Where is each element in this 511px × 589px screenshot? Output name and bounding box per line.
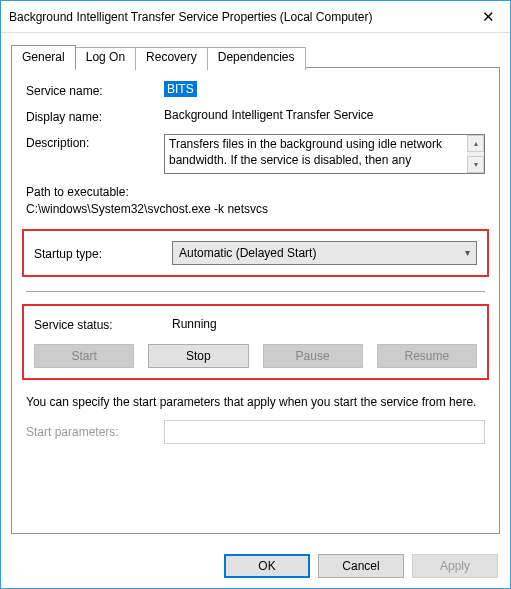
dialog-footer: OK Cancel Apply [1,544,510,588]
service-name-label: Service name: [26,82,164,98]
tab-strip: General Log On Recovery Dependencies [11,45,500,68]
start-parameters-label: Start parameters: [26,425,164,439]
service-name-text: BITS [164,81,197,97]
path-value: C:\windows\System32\svchost.exe -k netsv… [26,201,485,218]
tab-general-label: General [22,50,65,64]
ok-button-label: OK [258,559,275,573]
display-name-value: Background Intelligent Transfer Service [164,108,373,122]
tab-recovery-label: Recovery [146,50,197,64]
service-status-label: Service status: [34,316,172,332]
display-name-row: Display name: Background Intelligent Tra… [26,108,485,124]
startup-type-row: Startup type: Automatic (Delayed Start) … [34,241,477,265]
pause-button: Pause [263,344,363,368]
titlebar: Background Intelligent Transfer Service … [1,1,510,33]
apply-button-label: Apply [440,559,470,573]
tab-logon[interactable]: Log On [75,47,136,70]
cancel-button-label: Cancel [342,559,379,573]
description-row: Description: Transfers files in the back… [26,134,485,174]
window-title: Background Intelligent Transfer Service … [9,10,466,24]
divider [26,291,485,292]
service-control-buttons: Start Stop Pause Resume [34,344,477,368]
pause-button-label: Pause [296,349,330,363]
startup-type-value: Automatic (Delayed Start) [179,246,316,260]
resume-button-label: Resume [405,349,450,363]
stop-button-label: Stop [186,349,211,363]
description-scrollbar[interactable]: ▴ ▾ [467,135,484,173]
stop-button[interactable]: Stop [148,344,248,368]
tab-general[interactable]: General [11,45,76,68]
cancel-button[interactable]: Cancel [318,554,404,578]
tab-recovery[interactable]: Recovery [135,47,208,70]
close-icon: ✕ [482,8,495,26]
ok-button[interactable]: OK [224,554,310,578]
status-highlight: Service status: Running Start Stop Pause… [22,304,489,380]
display-name-label: Display name: [26,108,164,124]
service-name-row: Service name: BITS [26,82,485,98]
dialog-window: Background Intelligent Transfer Service … [0,0,511,589]
scroll-up-icon[interactable]: ▴ [467,135,484,152]
path-block: Path to executable: C:\windows\System32\… [26,184,485,219]
service-status-value: Running [172,317,217,331]
close-button[interactable]: ✕ [466,1,510,33]
resume-button: Resume [377,344,477,368]
tab-logon-label: Log On [86,50,125,64]
chevron-down-icon: ▾ [465,247,470,258]
path-label: Path to executable: [26,184,485,201]
start-button-label: Start [71,349,96,363]
start-button: Start [34,344,134,368]
startup-highlight: Startup type: Automatic (Delayed Start) … [22,229,489,277]
apply-button: Apply [412,554,498,578]
description-text: Transfers files in the background using … [165,135,467,173]
startup-type-select[interactable]: Automatic (Delayed Start) ▾ [172,241,477,265]
tab-dependencies-label: Dependencies [218,50,295,64]
tab-dependencies[interactable]: Dependencies [207,47,306,70]
help-text: You can specify the start parameters tha… [26,394,485,410]
startup-type-label: Startup type: [34,245,172,261]
content-area: General Log On Recovery Dependencies Ser… [1,33,510,544]
description-box: Transfers files in the background using … [164,134,485,174]
start-parameters-input[interactable] [164,420,485,444]
start-parameters-row: Start parameters: [26,420,485,444]
scroll-down-icon[interactable]: ▾ [467,156,484,173]
tab-panel-general: Service name: BITS Display name: Backgro… [11,67,500,534]
service-name-value: BITS [164,82,197,96]
service-status-row: Service status: Running [34,316,477,332]
description-label: Description: [26,134,164,150]
